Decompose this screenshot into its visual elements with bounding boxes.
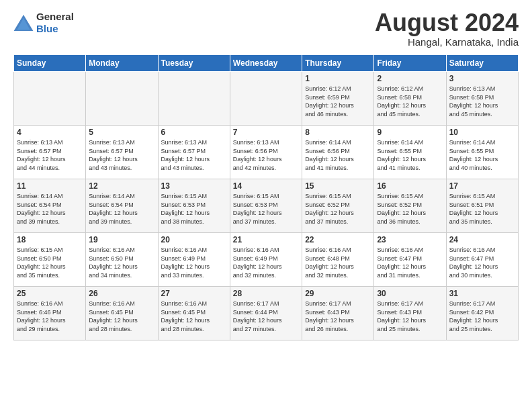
day-number: 5 xyxy=(89,128,154,137)
day-info: Sunrise: 6:12 AM Sunset: 6:58 PM Dayligh… xyxy=(377,85,443,118)
day-number: 9 xyxy=(377,128,443,137)
day-number: 19 xyxy=(89,235,154,244)
day-number: 15 xyxy=(305,181,371,191)
table-row: 5Sunrise: 6:13 AM Sunset: 6:57 PM Daylig… xyxy=(86,126,158,179)
day-info: Sunrise: 6:14 AM Sunset: 6:56 PM Dayligh… xyxy=(305,138,371,172)
day-info: Sunrise: 6:13 AM Sunset: 6:57 PM Dayligh… xyxy=(161,138,227,172)
day-info: Sunrise: 6:15 AM Sunset: 6:53 PM Dayligh… xyxy=(233,192,299,226)
day-number: 12 xyxy=(89,181,154,191)
day-info: Sunrise: 6:15 AM Sunset: 6:53 PM Dayligh… xyxy=(161,192,227,226)
col-wednesday: Wednesday xyxy=(230,55,302,72)
day-info: Sunrise: 6:15 AM Sunset: 6:51 PM Dayligh… xyxy=(449,192,515,226)
day-info: Sunrise: 6:16 AM Sunset: 6:46 PM Dayligh… xyxy=(17,300,83,333)
calendar-week-row: 18Sunrise: 6:15 AM Sunset: 6:50 PM Dayli… xyxy=(14,233,519,287)
day-info: Sunrise: 6:17 AM Sunset: 6:43 PM Dayligh… xyxy=(305,300,371,333)
day-number: 30 xyxy=(377,289,443,298)
table-row: 25Sunrise: 6:16 AM Sunset: 6:46 PM Dayli… xyxy=(14,287,86,340)
day-number: 2 xyxy=(377,74,443,83)
table-row: 29Sunrise: 6:17 AM Sunset: 6:43 PM Dayli… xyxy=(302,287,374,340)
table-row: 24Sunrise: 6:16 AM Sunset: 6:47 PM Dayli… xyxy=(446,233,518,287)
day-info: Sunrise: 6:14 AM Sunset: 6:55 PM Dayligh… xyxy=(449,138,515,172)
table-row: 27Sunrise: 6:16 AM Sunset: 6:45 PM Dayli… xyxy=(158,287,230,340)
table-row: 14Sunrise: 6:15 AM Sunset: 6:53 PM Dayli… xyxy=(230,179,302,233)
day-number: 26 xyxy=(89,289,154,298)
table-row: 21Sunrise: 6:16 AM Sunset: 6:49 PM Dayli… xyxy=(230,233,302,287)
table-row: 1Sunrise: 6:12 AM Sunset: 6:59 PM Daylig… xyxy=(302,72,374,126)
day-number: 16 xyxy=(377,181,443,191)
table-row: 3Sunrise: 6:13 AM Sunset: 6:58 PM Daylig… xyxy=(446,72,518,126)
day-info: Sunrise: 6:16 AM Sunset: 6:50 PM Dayligh… xyxy=(89,246,154,279)
day-info: Sunrise: 6:17 AM Sunset: 6:43 PM Dayligh… xyxy=(377,300,443,333)
table-row: 8Sunrise: 6:14 AM Sunset: 6:56 PM Daylig… xyxy=(302,126,374,179)
table-row xyxy=(14,72,86,126)
table-row: 20Sunrise: 6:16 AM Sunset: 6:49 PM Dayli… xyxy=(158,233,230,287)
day-info: Sunrise: 6:12 AM Sunset: 6:59 PM Dayligh… xyxy=(305,85,371,118)
day-number: 23 xyxy=(377,235,443,244)
logo-icon xyxy=(13,15,34,31)
day-info: Sunrise: 6:16 AM Sunset: 6:49 PM Dayligh… xyxy=(161,246,227,279)
day-number: 28 xyxy=(233,289,299,298)
table-row xyxy=(230,72,302,126)
day-info: Sunrise: 6:13 AM Sunset: 6:58 PM Dayligh… xyxy=(449,85,515,118)
day-info: Sunrise: 6:14 AM Sunset: 6:54 PM Dayligh… xyxy=(17,192,83,226)
day-info: Sunrise: 6:13 AM Sunset: 6:56 PM Dayligh… xyxy=(233,138,299,172)
table-row: 7Sunrise: 6:13 AM Sunset: 6:56 PM Daylig… xyxy=(230,126,302,179)
table-row: 17Sunrise: 6:15 AM Sunset: 6:51 PM Dayli… xyxy=(446,179,518,233)
day-number: 14 xyxy=(233,181,299,191)
logo-general: General xyxy=(36,11,74,22)
table-row: 12Sunrise: 6:14 AM Sunset: 6:54 PM Dayli… xyxy=(86,179,158,233)
day-number: 31 xyxy=(449,289,515,298)
day-info: Sunrise: 6:16 AM Sunset: 6:45 PM Dayligh… xyxy=(161,300,227,333)
day-number: 29 xyxy=(305,289,371,298)
col-tuesday: Tuesday xyxy=(158,55,230,72)
table-row: 19Sunrise: 6:16 AM Sunset: 6:50 PM Dayli… xyxy=(86,233,158,287)
day-info: Sunrise: 6:16 AM Sunset: 6:45 PM Dayligh… xyxy=(89,300,154,333)
day-number: 1 xyxy=(305,74,371,83)
day-number: 27 xyxy=(161,289,227,298)
day-number: 24 xyxy=(449,235,515,244)
col-saturday: Saturday xyxy=(446,55,518,72)
col-friday: Friday xyxy=(374,55,446,72)
title-section: August 2024 Hangal, Karnataka, India xyxy=(375,11,519,48)
calendar-subtitle: Hangal, Karnataka, India xyxy=(375,36,519,48)
table-row: 11Sunrise: 6:14 AM Sunset: 6:54 PM Dayli… xyxy=(14,179,86,233)
table-row: 18Sunrise: 6:15 AM Sunset: 6:50 PM Dayli… xyxy=(14,233,86,287)
col-thursday: Thursday xyxy=(302,55,374,72)
day-number: 17 xyxy=(449,181,515,191)
table-row xyxy=(158,72,230,126)
table-row: 4Sunrise: 6:13 AM Sunset: 6:57 PM Daylig… xyxy=(14,126,86,179)
day-number: 3 xyxy=(449,74,515,83)
table-row xyxy=(86,72,158,126)
day-number: 4 xyxy=(17,128,83,137)
table-row: 10Sunrise: 6:14 AM Sunset: 6:55 PM Dayli… xyxy=(446,126,518,179)
day-info: Sunrise: 6:16 AM Sunset: 6:47 PM Dayligh… xyxy=(449,246,515,279)
calendar-title: August 2024 xyxy=(375,11,519,35)
calendar-table: Sunday Monday Tuesday Wednesday Thursday… xyxy=(13,54,519,340)
page: General Blue August 2024 Hangal, Karnata… xyxy=(0,0,532,411)
day-number: 20 xyxy=(161,235,227,244)
table-row: 16Sunrise: 6:15 AM Sunset: 6:52 PM Dayli… xyxy=(374,179,446,233)
day-info: Sunrise: 6:16 AM Sunset: 6:48 PM Dayligh… xyxy=(305,246,371,279)
header: General Blue August 2024 Hangal, Karnata… xyxy=(13,11,519,48)
day-number: 22 xyxy=(305,235,371,244)
table-row: 23Sunrise: 6:16 AM Sunset: 6:47 PM Dayli… xyxy=(374,233,446,287)
calendar-week-row: 1Sunrise: 6:12 AM Sunset: 6:59 PM Daylig… xyxy=(14,72,519,126)
calendar-header-row: Sunday Monday Tuesday Wednesday Thursday… xyxy=(14,55,519,72)
day-info: Sunrise: 6:14 AM Sunset: 6:54 PM Dayligh… xyxy=(89,192,154,226)
day-number: 13 xyxy=(161,181,227,191)
day-number: 25 xyxy=(17,289,83,298)
logo-blue: Blue xyxy=(36,23,58,34)
day-info: Sunrise: 6:17 AM Sunset: 6:44 PM Dayligh… xyxy=(233,300,299,333)
day-info: Sunrise: 6:16 AM Sunset: 6:47 PM Dayligh… xyxy=(377,246,443,279)
day-info: Sunrise: 6:13 AM Sunset: 6:57 PM Dayligh… xyxy=(89,138,154,172)
day-info: Sunrise: 6:17 AM Sunset: 6:42 PM Dayligh… xyxy=(449,300,515,333)
day-info: Sunrise: 6:15 AM Sunset: 6:50 PM Dayligh… xyxy=(17,246,83,279)
day-number: 10 xyxy=(449,128,515,137)
table-row: 13Sunrise: 6:15 AM Sunset: 6:53 PM Dayli… xyxy=(158,179,230,233)
day-number: 11 xyxy=(17,181,83,191)
day-number: 6 xyxy=(161,128,227,137)
calendar-week-row: 11Sunrise: 6:14 AM Sunset: 6:54 PM Dayli… xyxy=(14,179,519,233)
table-row: 26Sunrise: 6:16 AM Sunset: 6:45 PM Dayli… xyxy=(86,287,158,340)
table-row: 31Sunrise: 6:17 AM Sunset: 6:42 PM Dayli… xyxy=(446,287,518,340)
table-row: 28Sunrise: 6:17 AM Sunset: 6:44 PM Dayli… xyxy=(230,287,302,340)
